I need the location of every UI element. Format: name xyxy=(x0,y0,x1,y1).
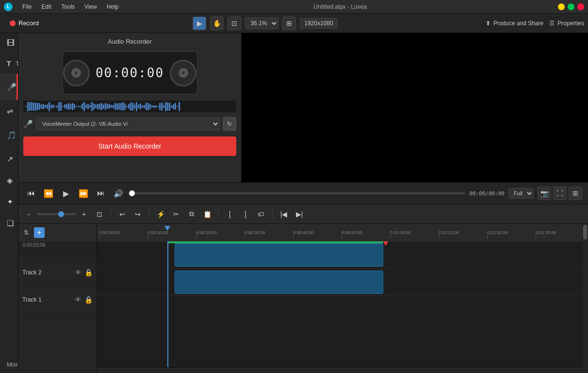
track-2-visibility-icon[interactable]: 👁 xyxy=(75,269,82,276)
wave-bar-21 xyxy=(66,104,67,109)
wave-bar-54 xyxy=(130,102,131,111)
wave-bar-71 xyxy=(163,105,164,108)
split-button[interactable]: ⚡ xyxy=(154,208,167,220)
waveform-display xyxy=(23,101,236,112)
timeline-scrollbar[interactable] xyxy=(97,367,582,373)
play-pause-button[interactable]: ▶ xyxy=(59,186,73,200)
progress-thumb[interactable] xyxy=(129,190,135,196)
crop-tool-button[interactable]: ⊡ xyxy=(228,17,241,30)
menu-edit[interactable]: Edit xyxy=(37,2,55,12)
select-tool-button[interactable]: ▶ xyxy=(193,17,206,30)
wave-bar-51 xyxy=(124,103,126,110)
zoom-select[interactable]: 36.1% xyxy=(245,17,278,29)
sidebar-item-audio-recorder[interactable]: 🎤 Audio Recorder xyxy=(0,74,18,101)
mark-in-button[interactable]: [ xyxy=(224,208,236,220)
wave-bar-3 xyxy=(31,102,33,111)
track-1-lock-icon[interactable]: 🔒 xyxy=(84,296,93,304)
tl-clip-track1-main[interactable] xyxy=(175,271,383,294)
vertical-scrollbar[interactable] xyxy=(582,224,588,373)
overlays-icon: ❏ xyxy=(7,219,14,228)
preview-area xyxy=(242,33,588,182)
wave-bar-20 xyxy=(64,104,65,108)
zoom-thumb[interactable] xyxy=(58,211,64,217)
wave-bar-15 xyxy=(54,106,56,107)
ruler-tick-6: 0:01:00:00 xyxy=(388,230,437,239)
ruler-tick-3: 0:00:30:00 xyxy=(243,230,291,239)
track-2-lock-icon[interactable]: 🔒 xyxy=(84,269,93,276)
record-label: Record xyxy=(18,19,39,27)
sidebar-item-overlays[interactable]: ❏ Overlays xyxy=(0,213,18,234)
cut-button[interactable]: ✂ xyxy=(170,208,182,220)
menu-help[interactable]: Help xyxy=(103,2,123,12)
wave-bar-10 xyxy=(45,105,46,108)
wave-bar-0 xyxy=(25,106,27,107)
wave-bar-9 xyxy=(43,104,44,109)
minimize-button[interactable] xyxy=(558,3,565,10)
content-area: Audio Recorder 00:00:00 🎤 xyxy=(18,33,588,373)
menu-file[interactable]: File xyxy=(18,2,35,12)
wave-bar-53 xyxy=(128,104,130,109)
skip-to-start-button[interactable]: ⏮ xyxy=(24,186,38,200)
window-controls xyxy=(558,3,584,10)
go-to-start-button[interactable]: |◀ xyxy=(278,208,290,220)
skip-to-end-button[interactable]: ⏭ xyxy=(94,186,108,200)
menu-view[interactable]: View xyxy=(81,2,101,12)
vertical-scroll-thumb[interactable] xyxy=(583,225,587,239)
copy-button[interactable]: ⧉ xyxy=(185,208,198,220)
track-row-1: Track 1 👁 🔒 xyxy=(18,286,97,313)
paste-button[interactable]: 📋 xyxy=(201,208,213,220)
snapshot-button[interactable]: 📷 xyxy=(538,186,551,200)
audio-recorder-panel: Audio Recorder 00:00:00 🎤 xyxy=(18,33,242,182)
sidebar-item-behaviors[interactable]: ◈ Behaviors xyxy=(0,170,18,191)
record-button[interactable]: Record xyxy=(4,17,45,29)
properties-button[interactable]: ☰ Properties xyxy=(549,20,584,27)
reel-inner-right xyxy=(179,68,188,78)
wave-bar-78 xyxy=(177,106,178,107)
produce-share-button[interactable]: ⬆ Produce and Share xyxy=(486,20,543,27)
zoom-slider[interactable] xyxy=(37,213,76,215)
volume-button[interactable]: 🔊 xyxy=(112,186,125,200)
close-button[interactable] xyxy=(577,3,584,10)
refresh-devices-button[interactable]: ↻ xyxy=(223,117,236,131)
wave-bar-45 xyxy=(113,105,114,108)
quality-select[interactable]: Full xyxy=(508,188,534,199)
sidebar-item-animations[interactable]: ↗ Animations xyxy=(0,149,18,170)
sidebar-item-filters[interactable]: ✦ Filters xyxy=(0,191,18,213)
wave-bar-72 xyxy=(165,102,166,111)
fit-timeline-button[interactable]: ⊡ xyxy=(93,208,106,220)
ruler-tick-8: 0:01:20:00 xyxy=(485,230,534,239)
progress-bar[interactable] xyxy=(129,192,465,194)
fullscreen-button[interactable]: ⛶ xyxy=(553,186,567,200)
media-icon: 🎞 xyxy=(7,39,15,48)
wave-bar-11 xyxy=(47,104,48,109)
sidebar-item-transitions[interactable]: ⇌ Transitions xyxy=(0,101,18,122)
step-forward-button[interactable]: ⏩ xyxy=(77,186,90,200)
marker-button[interactable]: 🏷 xyxy=(255,208,267,220)
mark-out-button[interactable]: ] xyxy=(239,208,252,220)
start-audio-recorder-button[interactable]: Start Audio Recorder xyxy=(23,136,236,156)
main-layout: 🎞 Media T Text 🎤 Audio Recorder ⇌ Transi… xyxy=(0,33,588,373)
audio-device-select[interactable]: VoiceMeeter Output (2- VB-Audio Vi xyxy=(36,118,220,130)
add-track-button[interactable]: + xyxy=(34,227,45,238)
reel-left xyxy=(63,60,90,86)
tl-clip-track2-main[interactable] xyxy=(175,243,383,267)
undo-button[interactable]: ↩ xyxy=(116,208,129,220)
sidebar-item-text[interactable]: T Text xyxy=(0,54,18,74)
zoom-in-button[interactable]: + xyxy=(78,208,90,220)
go-to-end-button[interactable]: ▶| xyxy=(293,208,306,220)
track-1-visibility-icon[interactable]: 👁 xyxy=(75,296,82,304)
fit-button[interactable]: ⊞ xyxy=(569,186,582,200)
playhead-container[interactable] xyxy=(167,226,170,231)
pan-tool-button[interactable]: ✋ xyxy=(210,17,224,30)
redo-button[interactable]: ↪ xyxy=(131,208,144,220)
timeline-container: ⇅ + 0:00:03:08 Track 2 👁 🔒 Track 1 👁 🔒 xyxy=(18,224,588,373)
step-back-button[interactable]: ⏪ xyxy=(42,186,55,200)
wave-bar-25 xyxy=(74,104,75,109)
zoom-out-button[interactable]: - xyxy=(22,208,35,220)
sidebar-item-audio-effects[interactable]: 🎵 Audio Effects xyxy=(0,122,18,149)
sidebar-item-media[interactable]: 🎞 Media xyxy=(0,33,18,54)
more-button[interactable]: More xyxy=(0,356,18,373)
wave-bar-34 xyxy=(91,102,93,111)
menu-tools[interactable]: Tools xyxy=(57,2,79,12)
maximize-button[interactable] xyxy=(568,3,574,10)
